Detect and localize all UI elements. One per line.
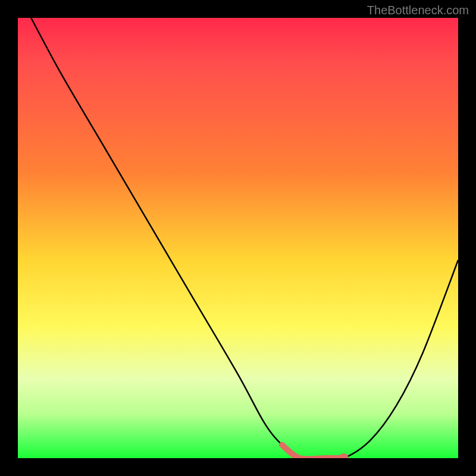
highlight-segment	[282, 445, 344, 458]
highlight-end-dot	[339, 453, 349, 458]
main-curve	[31, 18, 458, 458]
chart-container: TheBottleneck.com	[0, 0, 476, 476]
watermark-text: TheBottleneck.com	[367, 4, 469, 17]
plot-area	[18, 18, 458, 458]
curve-svg	[18, 18, 458, 458]
